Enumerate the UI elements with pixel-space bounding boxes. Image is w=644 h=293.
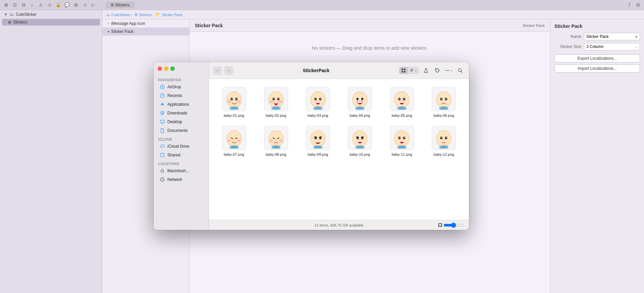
tag-button[interactable] [433, 66, 442, 75]
svg-point-79 [227, 131, 241, 147]
more-button[interactable]: ⌄ [444, 66, 453, 75]
sidebar-project-header[interactable]: ▼ 🗂 CuteSticker [0, 10, 102, 19]
documents-label: Documents [167, 128, 188, 133]
sidebar-item-label: Stickers [13, 20, 28, 25]
svg-point-49 [311, 92, 325, 108]
item-thumbnail-12 [432, 126, 456, 150]
share-button[interactable] [421, 66, 431, 75]
svg-point-123 [445, 137, 447, 139]
svg-point-52 [314, 98, 317, 100]
finder-item-7[interactable]: baby-07.png [214, 123, 254, 159]
finder-window-title: StickerPack [236, 68, 396, 73]
locations-section-label: Locations [154, 159, 209, 166]
search-button[interactable] [455, 66, 465, 75]
toolbar-share[interactable]: ⤴ [626, 2, 633, 8]
svg-rect-10 [160, 154, 164, 157]
sticker-pack-title: Sticker Pack [195, 23, 223, 28]
toolbar-nav-fwd[interactable]: ▷ [90, 2, 97, 8]
svg-point-76 [441, 98, 442, 99]
sidebar-item-icloud-drive[interactable]: iCloud Drive [155, 142, 207, 150]
breadcrumb-sticker-pack[interactable]: Sticker Pack [162, 13, 182, 17]
toolbar-panel-toggle[interactable]: ⊟ [635, 2, 641, 8]
breadcrumb-sep-2: › [153, 13, 155, 17]
right-panel-title: Sticker Pack [554, 23, 640, 29]
svg-point-122 [440, 137, 443, 139]
finder-back-button[interactable]: ‹ [213, 66, 222, 75]
svg-point-24 [447, 70, 448, 71]
finder-item-4[interactable]: baby-04.png [340, 84, 379, 120]
view-grid-button[interactable] [399, 67, 408, 74]
close-button[interactable] [158, 66, 162, 71]
airdrop-label: AirDrop [167, 85, 181, 89]
finder-forward-button[interactable]: › [224, 66, 233, 75]
sidebar-item-documents[interactable]: Documents [155, 127, 207, 135]
finder-item-1[interactable]: baby-01.png [214, 84, 254, 120]
sidebar-item-shared[interactable]: Shared [155, 151, 207, 159]
svg-point-85 [237, 140, 240, 142]
svg-point-46 [279, 101, 282, 103]
zoom-input[interactable] [443, 223, 464, 228]
finder-item-11[interactable]: baby-11.png [382, 123, 422, 159]
svg-point-87 [269, 131, 283, 147]
name-input-icon: ⊕ [635, 35, 638, 39]
item-label-6: baby-06.png [434, 113, 454, 118]
svg-point-102 [317, 140, 319, 141]
zoom-slider[interactable]: 🔲 [438, 223, 464, 228]
file-item-label-2: Sticker Pack [111, 29, 133, 34]
toolbar-icon-square[interactable]: ⊞ [3, 2, 9, 8]
toolbar-icon-search[interactable]: ⌕ [29, 2, 36, 8]
toolbar-icon-warn[interactable]: ⚠ [38, 2, 44, 8]
maximize-button[interactable] [170, 66, 175, 71]
desktop-label: Desktop [167, 119, 182, 124]
file-item-imessage[interactable]: ▫ iMessage App Icon [102, 19, 189, 28]
svg-point-43 [274, 98, 274, 99]
file-item-sticker-pack[interactable]: ▪ Sticker Pack [102, 28, 189, 36]
import-localizations-button[interactable]: Import Localizations... [554, 64, 640, 72]
downloads-icon [160, 110, 165, 116]
size-select[interactable]: 3 Column ⌄ [584, 43, 640, 50]
svg-point-67 [403, 98, 406, 100]
finder-item-9[interactable]: baby-09.png [298, 123, 337, 159]
toolbar-icon-minus[interactable]: ⊟ [20, 2, 27, 8]
view-sort-button[interactable]: ⌄ [408, 67, 419, 74]
svg-point-116 [399, 137, 400, 138]
sidebar-item-stickers[interactable]: ⊞ Stickers [2, 19, 100, 26]
sticker-pack-header: Sticker Pack Sticker Pack [190, 19, 550, 32]
sidebar-item-applications[interactable]: Applications [155, 100, 207, 108]
finder-item-6[interactable]: baby-06.png [424, 84, 464, 120]
finder-item-10[interactable]: baby-10.png [340, 123, 379, 159]
item-thumbnail-5 [390, 87, 414, 111]
svg-point-69 [404, 98, 405, 99]
toolbar-nav-back[interactable]: ◁ [81, 2, 88, 8]
svg-line-27 [461, 71, 463, 72]
svg-point-44 [278, 98, 279, 99]
sidebar-item-airdrop[interactable]: AirDrop [155, 83, 207, 91]
breadcrumb-stickers[interactable]: Stickers [139, 13, 152, 17]
toolbar-icon-lock[interactable]: 🔒 [55, 2, 62, 8]
svg-point-35 [228, 101, 231, 103]
finder-item-2[interactable]: baby-02.png [256, 84, 296, 120]
export-localizations-button[interactable]: Export Localizations... [554, 54, 640, 62]
finder-item-8[interactable]: baby-08.png [256, 123, 296, 159]
toolbar-icon-stop[interactable]: ⊡ [11, 2, 18, 8]
toolbar-icon-diamond[interactable]: ◇ [46, 2, 53, 8]
svg-point-75 [445, 98, 447, 100]
toolbar-tab-stickers[interactable]: ⊞ Stickers [105, 2, 135, 8]
sidebar-item-downloads[interactable]: Downloads [155, 109, 207, 117]
finder-item-3[interactable]: baby-03.png [298, 84, 337, 120]
svg-rect-8 [160, 120, 164, 123]
name-input[interactable]: Sticker Pack ⊕ [584, 33, 640, 40]
breadcrumb-project[interactable]: CuteSticker [111, 13, 130, 17]
sidebar-item-macintosh[interactable]: Macintosh... [155, 167, 207, 175]
name-value: Sticker Pack [586, 34, 609, 39]
finder-item-5[interactable]: baby-05.png [382, 84, 422, 120]
minimize-button[interactable] [164, 66, 168, 71]
svg-point-36 [237, 101, 240, 103]
sidebar-item-desktop[interactable]: Desktop [155, 118, 207, 126]
finder-item-12[interactable]: baby-12.png [424, 123, 464, 159]
sidebar-item-network[interactable]: Network [155, 176, 207, 184]
toolbar-icon-grid[interactable]: ⊞ [72, 2, 79, 8]
svg-point-41 [272, 98, 275, 100]
sidebar-item-recents[interactable]: Recents [155, 92, 207, 100]
toolbar-icon-chat[interactable]: 💬 [64, 2, 70, 8]
